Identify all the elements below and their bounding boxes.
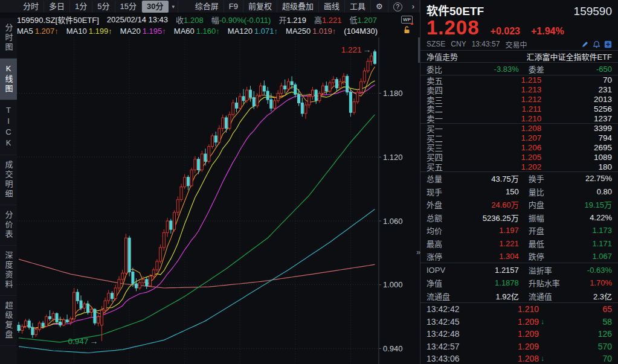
stat-row: 流通盘1.92亿流通值2.3亿 bbox=[426, 289, 612, 302]
ask-queue: 卖五1.21570卖四1.213231卖三1.2122013卖二1.211525… bbox=[420, 75, 618, 123]
menu-period-15分[interactable]: 15分 bbox=[115, 1, 142, 13]
help-icon[interactable]: ? bbox=[388, 1, 407, 13]
bid-row[interactable]: 买五1.202180 bbox=[426, 162, 612, 171]
sidebar-item-成交明细[interactable]: 成交明细 bbox=[0, 155, 17, 205]
ask-row[interactable]: 卖一1.2101237 bbox=[426, 113, 612, 123]
stat-row: 最高1.221最低1.171 bbox=[426, 237, 612, 250]
menu-item-超级叠加[interactable]: 超级叠加 bbox=[277, 1, 319, 13]
kline-chart[interactable]: 1.1801.1201.0601.0000.940→1.221→0.947 bbox=[17, 37, 420, 364]
ma-label: MA10 bbox=[66, 27, 87, 36]
alert-bell-icon[interactable] bbox=[593, 40, 600, 48]
sidebar-item-label: K线图 bbox=[3, 64, 14, 94]
stat-row: 涨停1.304跌停1.067 bbox=[426, 250, 612, 263]
sidebar-item-TICK[interactable]: TICK bbox=[0, 100, 17, 155]
stat-row: 外盘24.60万内盘19.15万 bbox=[426, 198, 612, 211]
svg-text:0.947: 0.947 bbox=[68, 337, 89, 346]
stock-code: 159590 bbox=[574, 5, 612, 18]
bar-count-label: (104M30) bbox=[344, 27, 378, 36]
ma-value: 1.199↑ bbox=[89, 27, 112, 36]
sidebar-item-深度资料[interactable]: 深度资料 bbox=[0, 246, 17, 296]
info-label: 低 bbox=[350, 16, 358, 25]
menu-item-工具[interactable]: 工具 bbox=[345, 1, 371, 13]
add-plus-icon[interactable] bbox=[604, 40, 612, 48]
info-value: 1.208 bbox=[184, 16, 204, 25]
stat-row: 净值1.1878升贴水率1.70% bbox=[426, 276, 612, 290]
currency-label: CNY bbox=[451, 40, 466, 48]
wp-monitor-icon[interactable]: WP bbox=[401, 16, 413, 24]
tick-row: 13:42:481.209126 bbox=[426, 328, 612, 340]
bid-queue: 买一1.2083399买二1.207794买三1.2062695买四1.2051… bbox=[420, 124, 618, 171]
svg-text:1.180: 1.180 bbox=[383, 89, 403, 98]
settings-gear-icon[interactable]: ⚙ bbox=[371, 1, 388, 13]
svg-text:1.120: 1.120 bbox=[383, 153, 403, 162]
quote-panel: 软件50ETF 159590 1.208 +0.023 +1.94% SZSE … bbox=[420, 0, 618, 364]
info-value: 1.219 bbox=[286, 16, 306, 25]
info-segment-4: 开1.219 bbox=[278, 14, 306, 25]
menu-item-综合屏[interactable]: 综合屏 bbox=[190, 1, 224, 13]
ma-legend-ma60: MA601.160↑ bbox=[174, 27, 220, 36]
quote-time: 13:43:57 bbox=[472, 40, 500, 48]
ma-label: MA5 bbox=[17, 27, 33, 36]
info-segment-0: 159590.SZ[软件50ETF] bbox=[17, 14, 99, 25]
svg-text:1.060: 1.060 bbox=[383, 217, 403, 226]
stat-row: IOPV1.2157溢折率-0.63% bbox=[426, 263, 612, 276]
sidebar-item-K线图[interactable]: K线图 bbox=[0, 59, 17, 100]
tick-row: 13:43:061.208↓70 bbox=[426, 353, 612, 364]
stat-row: 现手150量比0.80 bbox=[426, 185, 612, 198]
quote-info-row: 159590.SZ[软件50ETF]2025/02/14 13:43收1.208… bbox=[17, 13, 416, 25]
ma-legend-ma250: MA2501.019↑ bbox=[286, 27, 336, 36]
sidebar-item-label: 深度资料 bbox=[3, 251, 14, 290]
chevron-right-icon[interactable]: › bbox=[407, 1, 420, 13]
price-change: +0.023 bbox=[491, 26, 520, 37]
ma-legend-row: MA51.207↑MA101.199↑MA201.195↑MA601.160↑M… bbox=[17, 25, 416, 36]
edit-pencil-icon[interactable] bbox=[581, 40, 589, 48]
unlocked-padlock-icon[interactable] bbox=[404, 26, 410, 36]
tick-list: 13:42:421.2106513:42:451.209↓5813:42:481… bbox=[420, 303, 618, 364]
sidebar-item-分时图[interactable]: 分时图 bbox=[0, 18, 17, 59]
panel-expander-icon[interactable]: » bbox=[416, 247, 420, 257]
svg-text:1.221: 1.221 bbox=[341, 45, 362, 54]
exchange-label: SZSE bbox=[426, 40, 445, 48]
svg-text:→: → bbox=[363, 45, 372, 54]
sidebar-item-分价表[interactable]: 分价表 bbox=[0, 205, 17, 246]
tick-row: 13:42:571.209570 bbox=[426, 340, 612, 353]
info-value: 1.207 bbox=[358, 16, 378, 25]
sidebar-item-label: 分价表 bbox=[3, 211, 14, 240]
svg-text:0.940: 0.940 bbox=[383, 344, 403, 353]
menu-period-30分[interactable]: 30分 bbox=[142, 1, 169, 13]
menu-period-5分[interactable]: 5分 bbox=[92, 1, 115, 13]
info-value: 1.221 bbox=[322, 16, 342, 25]
nav-trend-link[interactable]: 净值走势 bbox=[426, 51, 458, 62]
menu-period-分时[interactable]: 分时 bbox=[18, 1, 44, 13]
menu-item-前复权[interactable]: 前复权 bbox=[243, 1, 277, 13]
ma-label: MA250 bbox=[286, 27, 311, 36]
sidebar-item-label: 成交明细 bbox=[3, 161, 14, 199]
tick-row: 13:42:421.21065 bbox=[426, 303, 612, 316]
info-segment-5: 高1.221 bbox=[314, 14, 342, 25]
ma-legend-ma5: MA51.207↑ bbox=[17, 27, 59, 36]
menu-item-画线[interactable]: 画线 bbox=[319, 1, 345, 13]
topbar: 分时多日1分5分15分30分▾综合屏F9前复权超级叠加画线工具⚙?› bbox=[0, 0, 420, 13]
stats-block-1: 总量43.75万换手22.75%现手150量比0.80外盘24.60万内盘19.… bbox=[420, 172, 618, 263]
sidebar-item-超级复盘[interactable]: 超级复盘 bbox=[0, 296, 17, 346]
menu-item-F9[interactable]: F9 bbox=[224, 1, 243, 13]
info-label: 幅 bbox=[211, 16, 219, 25]
ma-label: MA120 bbox=[228, 27, 253, 36]
stat-row: 总量43.75万换手22.75% bbox=[426, 172, 612, 185]
menu-period-1分[interactable]: 1分 bbox=[70, 1, 92, 13]
info-label: 开 bbox=[278, 16, 286, 25]
info-value: -0.90%(-0.011) bbox=[219, 16, 271, 25]
tick-direction-arrow: ↓ bbox=[539, 318, 550, 326]
period-dropdown-icon[interactable]: ▾ bbox=[169, 1, 178, 13]
tick-direction-arrow: ↓ bbox=[539, 354, 550, 363]
menu-period-多日[interactable]: 多日 bbox=[44, 1, 70, 13]
price-change-pct: +1.94% bbox=[531, 26, 564, 37]
svg-text:→: → bbox=[89, 336, 98, 346]
stat-row: 总额5236.25万振幅4.22% bbox=[426, 211, 612, 224]
ma-value: 1.071↑ bbox=[254, 27, 278, 36]
sidebar-item-label: TICK bbox=[4, 106, 13, 149]
ma-legend-ma20: MA201.195↑ bbox=[120, 27, 166, 36]
fund-full-name: 汇添富中证全指软件ETF bbox=[526, 51, 612, 62]
ma-label: MA60 bbox=[174, 27, 195, 36]
weibi-row: 委比-3.83%委差-650 bbox=[426, 63, 612, 75]
